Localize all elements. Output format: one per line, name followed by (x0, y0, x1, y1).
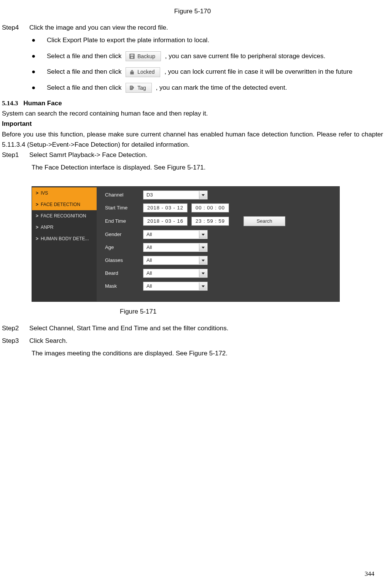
sidebar-item-label: FACE DETECTION (41, 201, 80, 208)
chevron-down-icon (202, 234, 205, 236)
step2-label: Step2 (2, 323, 29, 333)
channel-label: Channel (105, 191, 143, 199)
sidebar-item-label: IVS (41, 190, 48, 197)
beard-label: Beard (105, 269, 143, 277)
bullet-2-pre: Select a file and then click (47, 52, 123, 60)
beard-value: All (146, 269, 152, 277)
tag-button-label: Tag (137, 84, 146, 92)
end-time-input[interactable]: 23 : 59 : 59 (191, 217, 229, 226)
sidebar: > IVS > FACE DETECTION > FACE RECOGNITIO… (32, 187, 97, 301)
end-date-input[interactable]: 2018 - 03 - 16 (143, 217, 188, 226)
section-title: Human Face (24, 98, 62, 108)
step3-label: Step3 (2, 336, 29, 346)
step1-text: Select Samrt Playback-> Face Detection. (29, 151, 147, 158)
chevron-right-icon: > (36, 235, 38, 242)
form-panel: Channel D3 Start Time 2018 - 03 - 12 00 … (97, 187, 339, 301)
step2-text: Select Channel, Start Time and End Time … (29, 323, 383, 333)
bullet-4-pre: Select a file and then click (47, 84, 123, 91)
step4-label: Step4 (2, 22, 29, 33)
chevron-down-icon (202, 273, 205, 274)
bullet-3-pre: Select a file and then click (47, 68, 123, 75)
bullet-dot: ● (31, 51, 47, 61)
step1-text2: The Face Detection interface is displaye… (2, 162, 383, 173)
step4-bullets: ● Click Export Plate to export the plate… (31, 35, 383, 93)
chevron-down-icon (202, 247, 205, 249)
bullet-1-text: Click Export Plate to export the plate i… (47, 36, 209, 44)
sidebar-item-human-body[interactable]: > HUMAN BODY DETE... (32, 233, 97, 244)
bullet-4-post: , you can mark the time of the detected … (156, 84, 287, 91)
sidebar-item-face-detection[interactable]: > FACE DETECTION (32, 199, 97, 210)
save-icon (129, 53, 135, 59)
face-detection-ui: > IVS > FACE DETECTION > FACE RECOGNITIO… (32, 186, 340, 302)
chevron-right-icon: > (36, 201, 38, 208)
glasses-label: Glasses (105, 257, 143, 265)
chevron-down-icon (202, 260, 205, 262)
figure-caption-bottom: Figure 5-171 (2, 306, 383, 317)
sidebar-item-face-recognition[interactable]: > FACE RECOGNITION (32, 210, 97, 222)
important-heading: Important (2, 119, 383, 129)
tag-button[interactable]: Tag (126, 83, 152, 93)
start-time-label: Start Time (105, 204, 143, 212)
chevron-right-icon: > (36, 190, 38, 197)
gender-select[interactable]: All (143, 230, 208, 239)
beard-select[interactable]: All (143, 269, 208, 278)
bullet-dot: ● (31, 82, 47, 93)
end-time-label: End Time (105, 217, 143, 225)
locked-button[interactable]: Locked (126, 67, 160, 77)
chevron-down-icon (202, 194, 205, 196)
svg-rect-3 (130, 72, 134, 74)
channel-value: D3 (146, 191, 153, 199)
gender-value: All (146, 231, 152, 239)
glasses-select[interactable]: All (143, 256, 208, 265)
chevron-right-icon: > (36, 212, 38, 220)
bullet-3-post: , you can lock current file in case it w… (164, 68, 352, 75)
svg-rect-1 (130, 54, 134, 56)
bullet-2-post: , you can save current file to periphera… (165, 52, 325, 60)
step4-text: Click the image and you can view the rec… (29, 22, 383, 33)
backup-button[interactable]: Backup (126, 51, 161, 61)
section-header: 5.14.3 Human Face (2, 98, 383, 108)
step4-row: Step4 Click the image and you can view t… (2, 22, 383, 33)
age-label: Age (105, 244, 143, 252)
sidebar-item-label: ANPR (41, 224, 53, 231)
mask-value: All (146, 282, 152, 290)
backup-button-label: Backup (137, 52, 155, 60)
tag-icon (129, 85, 135, 91)
bullet-dot: ● (31, 35, 47, 45)
svg-point-4 (131, 87, 132, 87)
important-text: Before you use this function, please mak… (2, 129, 383, 150)
age-select[interactable]: All (143, 243, 208, 252)
figure-caption-top: Figure 5-170 (2, 6, 383, 16)
sidebar-item-label: HUMAN BODY DETE... (41, 235, 89, 242)
search-button[interactable]: Search (243, 216, 285, 226)
step1-row: Step1 Select Samrt Playback-> Face Detec… (2, 150, 383, 160)
age-value: All (146, 244, 152, 252)
start-date-input[interactable]: 2018 - 03 - 12 (143, 203, 188, 212)
sidebar-item-label: FACE RECOGNITION (41, 212, 86, 220)
gender-label: Gender (105, 231, 143, 239)
chevron-down-icon (202, 285, 205, 287)
bullet-dot: ● (31, 67, 47, 77)
mask-label: Mask (105, 282, 143, 290)
locked-button-label: Locked (137, 68, 154, 76)
channel-select[interactable]: D3 (143, 190, 208, 200)
mask-select[interactable]: All (143, 282, 208, 291)
step2-row: Step2 Select Channel, Start Time and End… (2, 323, 383, 333)
glasses-value: All (146, 257, 152, 265)
step3-text: Click Search. (29, 337, 67, 344)
step3-text2: The images meeting the conditions are di… (2, 348, 383, 358)
step1-label: Step1 (2, 150, 29, 160)
section-number: 5.14.3 (2, 98, 18, 108)
page-number: 344 (365, 569, 375, 579)
lock-icon (129, 69, 135, 75)
start-time-input[interactable]: 00 : 00 : 00 (191, 203, 229, 212)
section-intro: System can search the record containing … (2, 108, 383, 119)
chevron-right-icon: > (36, 224, 38, 231)
sidebar-item-anpr[interactable]: > ANPR (32, 222, 97, 233)
step3-row: Step3 Click Search. (2, 336, 383, 346)
svg-rect-2 (131, 57, 133, 58)
sidebar-item-ivs[interactable]: > IVS (32, 187, 97, 199)
